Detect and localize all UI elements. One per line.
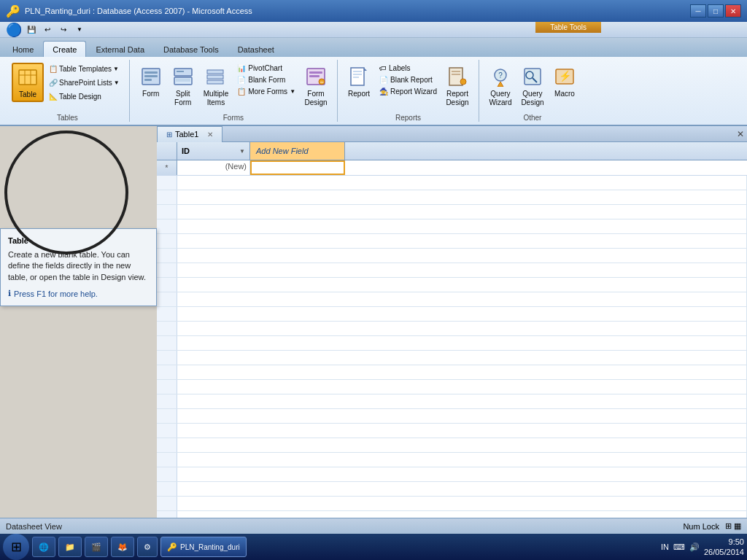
report-wizard-button[interactable]: 🧙 Report Wizard [376,86,441,97]
form-design-icon: ✏ [304,65,328,88]
svg-rect-24 [353,77,359,78]
col-id-dropdown[interactable]: ▼ [239,148,245,155]
empty-row-cell [177,176,747,190]
view-label: Datasheet View [6,522,62,531]
keyboard-icon: ⌨ [673,542,685,552]
table-templates-button[interactable]: 📋 Table Templates ▼ [45,63,123,75]
pivotchart-button[interactable]: 📊 PivotChart [233,63,299,74]
macro-button[interactable]: ⚡ Macro [549,63,580,101]
taskbar-app-explorer[interactable]: 📁 [58,537,82,557]
start-button[interactable]: ⊞ [3,534,29,560]
table-area: ⊞ Table1 ✕ ✕ ID ▼ Add New Field [157,126,747,560]
report-design-button[interactable]: ReportDesign [442,63,473,109]
table-close-button[interactable]: ✕ [207,131,213,139]
close-button[interactable]: ✕ [725,4,741,18]
cell-id[interactable]: (New) [177,160,250,175]
grid-col-id[interactable]: ID ▼ [177,142,250,160]
table-button[interactable]: Table [12,63,44,102]
taskbar-app-settings[interactable]: ⚙ [137,537,158,557]
multiple-items-button[interactable]: MultipleItems [200,63,232,109]
report-icon [347,65,371,88]
quick-access-toolbar: 🔵 💾 ↩ ↪ ▼ Table Tools [0,22,747,38]
taskbar-app-media[interactable]: 🎬 [85,537,108,557]
empty-row-selector [157,263,177,277]
empty-row-cell [177,234,747,248]
empty-row-selector [157,453,177,467]
labels-button[interactable]: 🏷 Labels [376,63,441,74]
svg-point-29 [460,79,466,85]
table-templates-dropdown-icon: ▼ [113,66,119,72]
taskbar-app-firefox[interactable]: 🦊 [111,537,134,557]
tab-database-tools[interactable]: Database Tools [154,41,228,57]
report-button[interactable]: Report [344,63,374,101]
svg-rect-15 [207,80,223,84]
empty-row-cell [177,467,747,481]
tab-create[interactable]: Create [43,41,86,57]
blank-report-button[interactable]: 📄 Blank Report [376,74,441,85]
report-label: Report [348,90,370,98]
empty-row-cell [177,292,747,306]
tab-external-data[interactable]: External Data [86,41,154,57]
forms-group-label: Forms [223,114,244,122]
query-design-button[interactable]: QueryDesign [517,63,548,109]
tooltip-text: Create a new blank table. You can define… [8,249,149,283]
sound-icon: 🔊 [689,542,700,552]
empty-row [157,322,747,336]
svg-rect-14 [207,75,223,79]
split-form-icon [171,65,195,88]
labels-icon: 🏷 [379,64,387,72]
query-design-icon [521,65,544,88]
empty-row-cell [177,365,747,379]
empty-row [157,467,747,482]
form-design-button[interactable]: ✏ FormDesign [301,63,331,109]
empty-row-selector [157,351,177,365]
minimize-button[interactable]: ─ [690,4,706,18]
empty-row-cell [177,394,747,408]
title-bar: 🔑 PLN_Ranting_duri : Database (Access 20… [0,0,747,22]
empty-row-selector [157,322,177,335]
more-forms-button[interactable]: 📋 More Forms ▼ [233,86,299,97]
blank-report-icon: 📄 [379,76,388,84]
table-tab[interactable]: ⊞ Table1 ✕ [157,126,222,142]
query-wizard-button[interactable]: ? QueryWizard [485,63,516,109]
undo-quick-btn[interactable]: ↩ [41,23,54,36]
tab-datasheet[interactable]: Datasheet [228,41,284,57]
redo-quick-btn[interactable]: ↪ [57,23,70,36]
maximize-button[interactable]: □ [708,4,724,18]
tab-home[interactable]: Home [3,41,43,57]
empty-row [157,190,747,205]
empty-row [157,307,747,322]
split-form-button[interactable]: SplitForm [168,63,198,109]
save-quick-btn[interactable]: 💾 [25,23,38,36]
table-window-close[interactable]: ✕ [734,128,747,141]
table-design-button[interactable]: 📐 Table Design [45,90,123,103]
row-selector[interactable]: * [157,160,177,175]
tooltip-help[interactable]: ℹ Press F1 for more help. [8,289,149,298]
office-button[interactable]: 🔵 [6,22,22,38]
dropdown-quick-btn[interactable]: ▼ [73,23,86,36]
empty-row-selector [157,409,177,423]
cell-new-field[interactable] [250,160,345,175]
blank-form-button[interactable]: 📄 Blank Form [233,74,299,85]
form-design-label: FormDesign [304,90,327,107]
svg-rect-28 [452,74,460,75]
sharepoint-lists-button[interactable]: 🔗 SharePoint Lists ▼ [45,77,123,89]
empty-row [157,292,747,307]
empty-row-selector [157,394,177,408]
start-icon: ⊞ [11,539,22,555]
empty-row-selector [157,467,177,481]
grid-add-field[interactable]: Add New Field [250,142,345,160]
taskbar-app-access[interactable]: 🔑 PLN_Ranting_duri [160,537,247,557]
numlock-indicator: Num Lock [683,522,719,531]
taskbar-app-ie[interactable]: 🌐 [32,537,55,557]
empty-row-cell [177,453,747,467]
form-button[interactable]: Form [136,63,166,101]
ribbon-tab-bar: Home Create External Data Database Tools… [0,38,747,57]
table-icon [16,66,39,89]
window-title: PLN_Ranting_duri : Database (Access 2007… [25,7,252,15]
table-tab-label: Table1 [175,130,198,139]
empty-row-cell [177,322,747,335]
empty-row-selector [157,190,177,204]
empty-row-selector [157,307,177,321]
empty-row-cell [177,482,747,496]
